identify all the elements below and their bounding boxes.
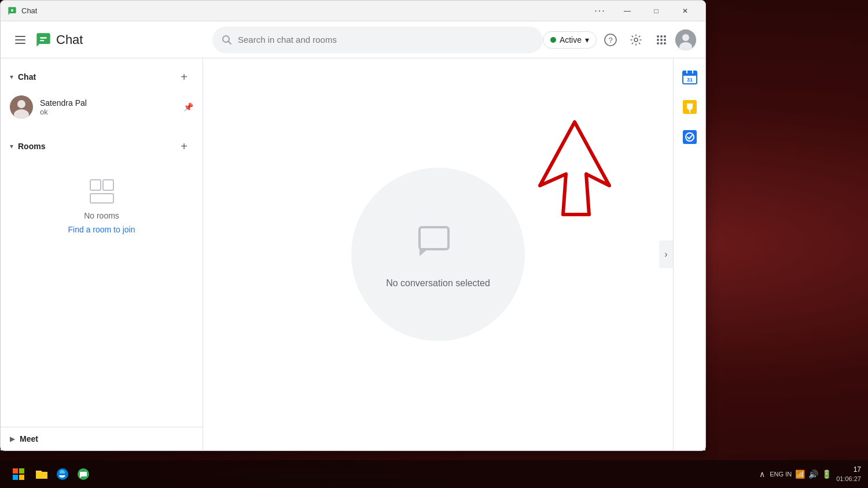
svg-point-12 <box>664 35 666 38</box>
app-body: ▾ Chat + Satendra Pal <box>1 58 705 450</box>
file-explorer-icon <box>35 467 49 481</box>
maximize-button[interactable]: □ <box>643 2 670 20</box>
browser-button[interactable] <box>53 465 72 483</box>
svg-rect-28 <box>420 227 448 249</box>
meet-title: Meet <box>20 434 38 443</box>
settings-icon <box>630 34 642 46</box>
no-rooms-icon <box>89 179 115 206</box>
status-label: Active <box>560 35 582 45</box>
rooms-section-title: Rooms <box>18 142 45 151</box>
more-options-button[interactable]: ··· <box>589 2 612 20</box>
hamburger-icon <box>15 35 25 45</box>
windows-start-icon <box>13 468 24 480</box>
file-explorer-button[interactable] <box>32 465 51 483</box>
calendar-button[interactable]: 31 <box>678 65 701 88</box>
svg-point-14 <box>660 39 663 41</box>
apps-button[interactable] <box>650 28 673 51</box>
svg-rect-0 <box>15 36 25 37</box>
svg-rect-26 <box>103 180 113 190</box>
svg-rect-31 <box>683 71 697 76</box>
window-title: Chat <box>21 6 589 15</box>
status-button[interactable]: Active ▾ <box>543 31 597 49</box>
scroll-right-button[interactable]: › <box>659 241 673 268</box>
battery-icon[interactable]: 🔋 <box>822 469 832 479</box>
titlebar: Chat ··· — □ ✕ <box>1 1 705 21</box>
svg-point-20 <box>682 34 689 41</box>
tray-up-icon[interactable]: ∧ <box>759 469 765 479</box>
keep-button[interactable] <box>678 95 701 119</box>
svg-rect-40 <box>19 468 24 474</box>
volume-icon[interactable]: 🔊 <box>808 469 818 479</box>
edge-icon <box>56 467 69 481</box>
search-input[interactable] <box>238 35 534 45</box>
svg-point-15 <box>664 39 666 41</box>
svg-rect-2 <box>15 43 25 44</box>
svg-rect-37 <box>683 130 697 144</box>
add-room-button[interactable]: + <box>175 137 193 156</box>
minimize-button[interactable]: — <box>614 2 641 20</box>
svg-point-23 <box>17 100 25 108</box>
svg-point-13 <box>657 39 659 41</box>
keep-icon <box>682 99 698 115</box>
google-apps-icon <box>655 34 668 46</box>
svg-rect-27 <box>90 194 113 203</box>
settings-button[interactable] <box>624 28 648 51</box>
tasks-icon <box>682 129 698 145</box>
svg-point-11 <box>660 35 663 38</box>
avatar[interactable] <box>675 29 696 50</box>
svg-point-9 <box>634 38 638 42</box>
app-header: Chat Active ▾ ? <box>1 21 705 58</box>
sidebar: ▾ Chat + Satendra Pal <box>1 58 203 450</box>
svg-point-16 <box>657 42 659 45</box>
no-rooms-text: No rooms <box>84 211 119 220</box>
language-icon: ENG IN <box>770 471 792 478</box>
chat-item[interactable]: Satendra Pal ok 📌 <box>1 91 203 123</box>
chat-logo-icon <box>35 32 52 48</box>
start-button[interactable] <box>7 463 30 486</box>
window-controls: ··· — □ ✕ <box>589 2 698 20</box>
status-chevron-icon: ▾ <box>585 35 589 45</box>
chat-taskbar-icon <box>76 467 90 481</box>
tasks-button[interactable] <box>678 125 701 149</box>
meet-header[interactable]: ▶ Meet <box>10 434 193 443</box>
help-button[interactable]: ? <box>599 28 622 51</box>
chat-section-header[interactable]: ▾ Chat + <box>1 63 203 91</box>
rooms-section-header[interactable]: ▾ Rooms + <box>1 132 203 160</box>
app-title: Chat <box>56 32 83 47</box>
help-icon: ? <box>604 34 617 46</box>
no-conversation-text: No conversation selected <box>386 278 490 289</box>
search-bar[interactable] <box>212 27 543 53</box>
svg-point-10 <box>657 35 659 38</box>
time: 17 <box>836 465 861 475</box>
svg-rect-3 <box>40 37 47 38</box>
taskbar-chat-button[interactable] <box>74 465 93 483</box>
logo: Chat <box>35 32 83 48</box>
chat-chevron-icon: ▾ <box>10 73 13 81</box>
chat-section-header-left: ▾ Chat <box>10 72 36 82</box>
find-room-link[interactable]: Find a room to join <box>68 225 135 234</box>
svg-rect-41 <box>13 475 18 480</box>
svg-line-6 <box>229 41 231 44</box>
svg-text:?: ? <box>608 36 612 45</box>
hamburger-menu-button[interactable] <box>10 29 31 50</box>
no-rooms-container: No rooms Find a room to join <box>1 160 203 253</box>
chat-info: Satendra Pal ok <box>40 98 176 116</box>
header-left: Chat <box>10 29 212 50</box>
svg-rect-42 <box>19 475 24 480</box>
contact-avatar-icon <box>10 95 33 119</box>
add-chat-button[interactable]: + <box>175 68 193 86</box>
tray-icons: ENG IN 📶 🔊 🔋 <box>770 469 832 479</box>
clock[interactable]: 17 01:06:27 <box>836 465 861 483</box>
header-right: Active ▾ ? <box>543 28 696 51</box>
contact-name: Satendra Pal <box>40 98 176 108</box>
meet-section: ▶ Meet <box>1 427 203 450</box>
chat-avatar <box>10 95 33 119</box>
calendar-icon: 31 <box>682 69 698 85</box>
no-conversation-container: No conversation selected <box>351 168 525 341</box>
sidebar-content: ▾ Chat + Satendra Pal <box>1 58 203 427</box>
wifi-icon[interactable]: 📶 <box>795 469 805 479</box>
main-content: No conversation selected › <box>203 58 673 450</box>
search-icon <box>222 35 232 45</box>
close-button[interactable]: ✕ <box>672 2 698 20</box>
svg-point-17 <box>660 42 663 45</box>
